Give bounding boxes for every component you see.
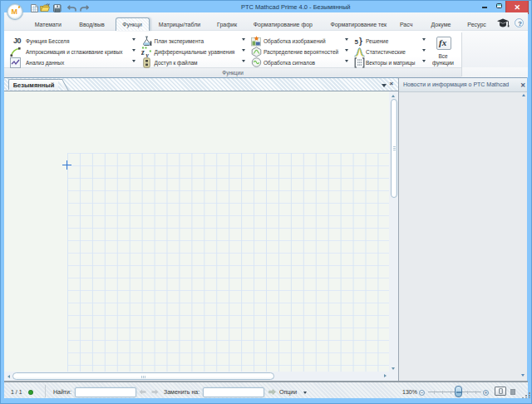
svg-text:y: y	[145, 51, 150, 57]
svg-text:z: z	[141, 47, 145, 56]
svg-text:5: 5	[355, 37, 359, 45]
svg-text:}: }	[359, 37, 362, 46]
